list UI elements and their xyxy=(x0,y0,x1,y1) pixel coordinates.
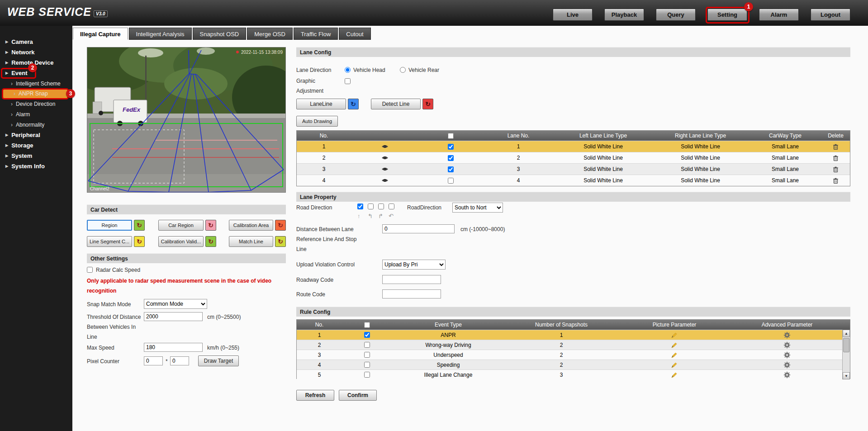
vehicle-rear-radio[interactable] xyxy=(400,67,406,73)
tab-traffic-flow[interactable]: Traffic Flow xyxy=(294,28,338,40)
sidebar-item-storage[interactable]: ▶ Storage xyxy=(0,140,72,151)
calibration-valid-button[interactable]: Calibration Valid... xyxy=(158,236,204,247)
calibration-area-undo-icon[interactable]: ↻ xyxy=(275,220,286,231)
sidebar-item-camera[interactable]: ▶ Camera xyxy=(0,37,72,47)
lane-table-row[interactable]: 2 2 Solid White Line Solid White Line Sm… xyxy=(297,152,850,163)
rule-table-row[interactable]: 3 Underspeed 2 xyxy=(297,350,850,360)
max-speed-input[interactable] xyxy=(144,343,203,352)
line-segment-undo-icon[interactable]: ↻ xyxy=(134,236,145,247)
gear-icon[interactable] xyxy=(784,332,790,338)
trash-icon[interactable] xyxy=(833,155,838,161)
eye-icon[interactable] xyxy=(381,156,389,160)
calibration-area-button[interactable]: Calibration Area xyxy=(229,220,273,231)
lane-table-row[interactable]: 4 4 Solid White Line Solid White Line Sm… xyxy=(297,175,850,186)
nav-alarm-button[interactable]: Alarm xyxy=(759,9,799,21)
line-segment-button[interactable]: Line Segment C... xyxy=(87,236,132,247)
sidebar-item-abnormality[interactable]: › Abnormality xyxy=(0,119,72,130)
pencil-icon[interactable] xyxy=(671,342,678,348)
roadway-code-input[interactable] xyxy=(382,275,441,284)
tab-intelligent-analysis[interactable]: Intelligent Analysis xyxy=(129,28,192,40)
trash-icon[interactable] xyxy=(833,144,838,150)
tab-illegal-capture[interactable]: Illegal Capture xyxy=(73,28,128,40)
laneline-button[interactable]: LaneLine xyxy=(296,99,346,109)
rule-row-checkbox[interactable] xyxy=(364,342,370,348)
distance-input[interactable] xyxy=(382,224,455,233)
trash-icon[interactable] xyxy=(833,166,838,172)
lane-row-checkbox[interactable] xyxy=(448,144,454,150)
lane-row-checkbox[interactable] xyxy=(448,155,454,161)
pencil-icon[interactable] xyxy=(671,362,678,368)
sidebar-item-peripheral[interactable]: ▶ Peripheral xyxy=(0,130,72,140)
match-line-button[interactable]: Match Line xyxy=(229,236,273,247)
pencil-icon[interactable] xyxy=(671,332,678,338)
vehicle-head-radio[interactable] xyxy=(345,67,351,73)
scroll-up-button[interactable]: ▲ xyxy=(843,330,850,337)
sidebar-item-event[interactable]: ▶ Event xyxy=(0,68,72,78)
scrollbar-thumb[interactable] xyxy=(843,338,849,352)
region-button[interactable]: Region xyxy=(87,220,132,231)
rule-row-checkbox[interactable] xyxy=(364,362,370,368)
auto-drawing-button[interactable]: Auto Drawing xyxy=(296,116,338,127)
rule-row-checkbox[interactable] xyxy=(364,332,370,338)
threshold-input[interactable] xyxy=(144,312,203,321)
confirm-button[interactable]: Confirm xyxy=(339,390,377,401)
tab-merge-osd[interactable]: Merge OSD xyxy=(247,28,293,40)
lane-row-checkbox[interactable] xyxy=(448,166,454,172)
gear-icon[interactable] xyxy=(784,352,790,358)
sidebar-item-anpr-snap[interactable]: › ANPR Snap xyxy=(3,89,68,99)
laneline-undo-icon[interactable]: ↻ xyxy=(348,99,359,109)
rule-select-all-checkbox[interactable] xyxy=(364,322,370,328)
match-line-undo-icon[interactable]: ↻ xyxy=(275,236,286,247)
rule-row-checkbox[interactable] xyxy=(364,372,370,378)
sidebar-item-intelligent-scheme[interactable]: › Intelligent Scheme xyxy=(0,78,72,89)
road-direction-select[interactable]: South to Nort xyxy=(452,203,503,213)
gear-icon[interactable] xyxy=(784,342,790,348)
road-direction-checkbox-3[interactable] xyxy=(378,204,384,209)
sidebar-item-alarm[interactable]: › Alarm xyxy=(0,109,72,119)
eye-icon[interactable] xyxy=(381,144,389,149)
camera-preview[interactable]: FedEx 2022-11-15 13:38:09 Channel2 xyxy=(87,47,286,193)
lane-select-all-checkbox[interactable] xyxy=(448,133,454,139)
eye-icon[interactable] xyxy=(381,178,389,183)
sidebar-item-system[interactable]: ▶ System xyxy=(0,151,72,161)
upload-violation-select[interactable]: Upload By Pri xyxy=(382,260,446,270)
tab-snapshot-osd[interactable]: Snapshot OSD xyxy=(193,28,247,40)
rule-table-row[interactable]: 1 ANPR 1 xyxy=(297,330,850,340)
refresh-button[interactable]: Refresh xyxy=(296,390,334,401)
pencil-icon[interactable] xyxy=(671,352,678,358)
sidebar-item-remote-device[interactable]: ▶ Remote Device xyxy=(0,57,72,68)
road-direction-checkbox-4[interactable] xyxy=(389,204,394,209)
pixel-counter-x-input[interactable] xyxy=(144,356,163,365)
rule-table-row[interactable]: 5 Illegal Lane Change 3 xyxy=(297,369,850,379)
car-region-button[interactable]: Car Region xyxy=(158,220,204,231)
sidebar-item-device-direction[interactable]: › Device Direction xyxy=(0,99,72,109)
detect-line-button[interactable]: Detect Line xyxy=(371,99,421,109)
nav-setting-button[interactable]: Setting xyxy=(707,9,747,21)
snap-match-mode-select[interactable]: Common Mode xyxy=(144,299,207,309)
lane-table-row[interactable]: 3 3 Solid White Line Solid White Line Sm… xyxy=(297,163,850,175)
region-undo-icon[interactable]: ↻ xyxy=(134,220,145,231)
road-direction-checkbox-1[interactable] xyxy=(357,204,363,209)
pixel-counter-y-input[interactable] xyxy=(170,356,189,365)
detect-line-undo-icon[interactable]: ↻ xyxy=(422,99,433,109)
gear-icon[interactable] xyxy=(784,362,790,368)
eye-icon[interactable] xyxy=(381,167,389,171)
rule-table-row[interactable]: 2 Wrong-way Driving 2 xyxy=(297,340,850,350)
pencil-icon[interactable] xyxy=(671,372,678,378)
rule-table-scrollbar[interactable]: ▲ ▼ xyxy=(842,330,850,379)
rule-row-checkbox[interactable] xyxy=(364,352,370,358)
gear-icon[interactable] xyxy=(784,372,790,378)
scroll-down-button[interactable]: ▼ xyxy=(843,372,850,379)
nav-logout-button[interactable]: Logout xyxy=(811,9,850,21)
sidebar-item-network[interactable]: ▶ Network xyxy=(0,47,72,57)
nav-playback-button[interactable]: Playback xyxy=(604,9,644,21)
sidebar-item-system-info[interactable]: ▶ System Info xyxy=(0,161,72,171)
tab-cutout[interactable]: Cutout xyxy=(339,28,370,40)
graphic-adjustment-checkbox[interactable] xyxy=(345,78,351,84)
nav-query-button[interactable]: Query xyxy=(656,9,696,21)
draw-target-button[interactable]: Draw Target xyxy=(198,355,239,366)
radar-calc-speed-checkbox[interactable] xyxy=(87,267,93,273)
calibration-valid-undo-icon[interactable]: ↻ xyxy=(205,236,216,247)
trash-icon[interactable] xyxy=(833,178,838,184)
rule-table-row[interactable]: 4 Speeding 2 xyxy=(297,360,850,369)
